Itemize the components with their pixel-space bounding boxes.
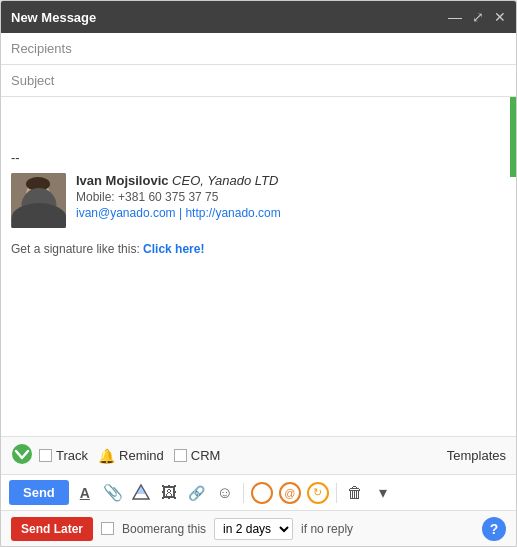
more-button[interactable]: ▾ (371, 481, 395, 505)
image-button[interactable]: 🖼 (157, 481, 181, 505)
compose-toolbar: Send A 📎 🖼 🔗 ☺ @ (1, 474, 516, 510)
sig-website-link[interactable]: http://yanado.com (185, 206, 280, 220)
sig-links: ivan@yanado.com | http://yanado.com (76, 206, 506, 220)
svg-rect-1 (19, 208, 58, 228)
svg-marker-8 (136, 485, 146, 494)
yanado-toolbar: Track 🔔 Remind CRM Templates (1, 436, 516, 474)
if-no-reply-label: if no reply (301, 522, 353, 536)
format-icon: A (80, 485, 90, 501)
svg-point-6 (12, 444, 32, 464)
track-label: Track (56, 448, 88, 463)
circle-arrow-button[interactable]: ↻ (306, 481, 330, 505)
boomerang-checkbox[interactable] (101, 522, 114, 535)
image-icon: 🖼 (161, 484, 177, 502)
subject-row: Subject (1, 65, 516, 97)
circle-arrow-icon: ↻ (307, 482, 329, 504)
help-icon: ? (490, 521, 499, 537)
recipients-input[interactable] (79, 41, 506, 56)
crm-group: CRM (174, 448, 221, 463)
link-icon: 🔗 (188, 485, 205, 501)
track-group: Track (39, 448, 88, 463)
at-circle-icon: @ (279, 482, 301, 504)
sig-separator: -- (11, 150, 506, 165)
help-button[interactable]: ? (482, 517, 506, 541)
boomerang-label: Boomerang this (122, 522, 206, 536)
sig-info: Ivan Mojsilovic CEO, Yanado LTD Mobile: … (76, 173, 506, 220)
send-button[interactable]: Send (9, 480, 69, 505)
paperclip-icon: 📎 (103, 483, 123, 502)
crm-checkbox[interactable] (174, 449, 187, 462)
sig-promo: Get a signature like this: Click here! (11, 242, 506, 256)
sig-name: Ivan Mojsilovic (76, 173, 168, 188)
sig-promo-link[interactable]: Click here! (143, 242, 204, 256)
svg-marker-5 (35, 209, 41, 217)
sig-mobile: Mobile: +381 60 375 37 75 (76, 190, 506, 204)
sig-email-link[interactable]: ivan@yanado.com (76, 206, 176, 220)
boomerang-days-select[interactable]: in 2 days (214, 518, 293, 540)
trash-icon: 🗑 (347, 484, 363, 502)
bell-icon: 🔔 (98, 448, 115, 464)
toolbar-separator-2 (336, 483, 337, 503)
recipients-row: Recipients (1, 33, 516, 65)
window-title: New Message (11, 10, 96, 25)
at-button[interactable]: @ (278, 481, 302, 505)
trash-button[interactable]: 🗑 (343, 481, 367, 505)
emoji-icon: ☺ (217, 484, 233, 502)
title-bar: New Message — ⤢ ✕ (1, 1, 516, 33)
remind-group: 🔔 Remind (98, 448, 164, 464)
attach-button[interactable]: 📎 (101, 481, 125, 505)
formatting-button[interactable]: A (73, 481, 97, 505)
close-button[interactable]: ✕ (494, 9, 506, 25)
link-button[interactable]: 🔗 (185, 481, 209, 505)
subject-input[interactable] (79, 73, 506, 88)
compose-window: New Message — ⤢ ✕ Recipients Subject -- (0, 0, 517, 547)
title-bar-controls: — ⤢ ✕ (448, 9, 506, 25)
expand-button[interactable]: ⤢ (472, 9, 484, 25)
green-bar (510, 97, 516, 177)
avatar (11, 173, 66, 228)
more-icon: ▾ (379, 483, 387, 502)
drive-icon (132, 484, 150, 502)
remind-label: Remind (119, 448, 164, 463)
sig-card: Ivan Mojsilovic CEO, Yanado LTD Mobile: … (11, 173, 506, 228)
emoji-button[interactable]: ☺ (213, 481, 237, 505)
signature-section: -- (11, 150, 506, 256)
subject-label: Subject (11, 73, 71, 88)
sig-link-separator: | (179, 206, 182, 220)
track-checkbox[interactable] (39, 449, 52, 462)
body-area[interactable]: -- (1, 97, 516, 436)
circle-tool-1[interactable] (250, 481, 274, 505)
svg-rect-2 (32, 208, 45, 228)
yanado-logo[interactable] (11, 443, 33, 468)
sig-title: CEO, Yanado LTD (172, 173, 278, 188)
templates-button[interactable]: Templates (447, 448, 506, 463)
body-textarea[interactable] (11, 107, 506, 137)
recipients-label: Recipients (11, 41, 71, 56)
drive-button[interactable] (129, 481, 153, 505)
sig-name-line: Ivan Mojsilovic CEO, Yanado LTD (76, 173, 506, 188)
crm-label: CRM (191, 448, 221, 463)
svg-point-4 (26, 177, 50, 191)
bottom-toolbar: Send Later Boomerang this in 2 days if n… (1, 510, 516, 546)
toolbar-separator-1 (243, 483, 244, 503)
minimize-button[interactable]: — (448, 9, 462, 25)
circle-icon-1 (251, 482, 273, 504)
send-later-button[interactable]: Send Later (11, 517, 93, 541)
